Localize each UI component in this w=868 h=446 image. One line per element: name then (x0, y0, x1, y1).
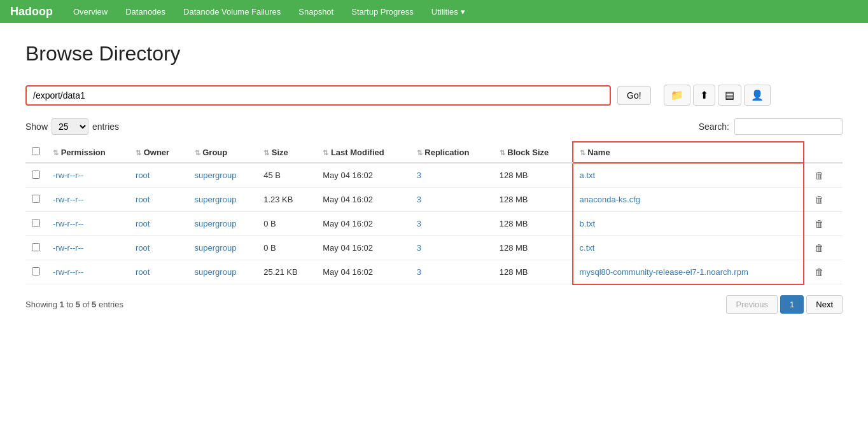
permission-link-1[interactable]: -rw-r--r-- (53, 195, 83, 204)
owner-link-1[interactable]: root (136, 195, 150, 204)
nav-datanode-volume-failures[interactable]: Datanode Volume Failures (176, 3, 288, 20)
row-checkbox-cell[interactable] (25, 212, 46, 236)
list-icon-button[interactable]: ▤ (718, 85, 741, 106)
owner-link-3[interactable]: root (136, 243, 150, 253)
row-checkbox-cell[interactable] (25, 236, 46, 260)
col-header-size[interactable]: ⇅ Size (257, 142, 316, 163)
upload-icon-button[interactable]: ⬆ (693, 85, 715, 106)
row-group-0: supergroup (188, 163, 258, 188)
group-link-4[interactable]: supergroup (195, 267, 237, 277)
permission-link-4[interactable]: -rw-r--r-- (53, 267, 83, 277)
row-size-3: 0 B (257, 236, 316, 260)
row-name-0: a.txt (573, 163, 804, 188)
entries-select[interactable]: 10 25 50 100 (52, 118, 88, 135)
delete-button-4[interactable]: 🗑 (811, 265, 828, 279)
col-header-owner[interactable]: ⇅ Owner (129, 142, 188, 163)
col-header-replication[interactable]: ⇅ Replication (410, 142, 493, 163)
folder-icon: 📁 (671, 90, 683, 101)
table-row: -rw-r--r-- root supergroup 0 B May 04 16… (25, 236, 843, 260)
row-checkbox-0[interactable] (32, 171, 40, 179)
permission-link-0[interactable]: -rw-r--r-- (53, 171, 83, 180)
col-header-last-modified[interactable]: ⇅ Last Modified (316, 142, 410, 163)
group-link-0[interactable]: supergroup (195, 171, 237, 180)
group-link-2[interactable]: supergroup (195, 219, 237, 228)
replication-link-1[interactable]: 3 (417, 195, 421, 204)
sort-icon-replication: ⇅ (417, 149, 423, 157)
row-delete-4[interactable]: 🗑 (804, 260, 843, 284)
table-row: -rw-r--r-- root supergroup 45 B May 04 1… (25, 163, 843, 188)
row-delete-2[interactable]: 🗑 (804, 212, 843, 236)
permission-link-2[interactable]: -rw-r--r-- (53, 219, 83, 228)
group-link-3[interactable]: supergroup (195, 243, 237, 253)
row-checkbox-cell[interactable] (25, 188, 46, 212)
row-name-4: mysql80-community-release-el7-1.noarch.r… (573, 260, 804, 284)
nav-snapshot[interactable]: Snapshot (291, 3, 341, 20)
delete-button-0[interactable]: 🗑 (811, 169, 828, 182)
replication-link-3[interactable]: 3 (417, 243, 421, 253)
person-icon-button[interactable]: 👤 (744, 85, 771, 106)
showing-total: 5 (92, 300, 96, 309)
row-delete-0[interactable]: 🗑 (804, 163, 843, 188)
row-group-4: supergroup (188, 260, 258, 284)
row-delete-1[interactable]: 🗑 (804, 188, 843, 212)
row-checkbox-cell[interactable] (25, 163, 46, 188)
row-owner-1: root (129, 188, 188, 212)
row-owner-0: root (129, 163, 188, 188)
previous-button[interactable]: Previous (726, 295, 778, 314)
navbar-links: Overview Datanodes Datanode Volume Failu… (66, 3, 473, 20)
delete-button-1[interactable]: 🗑 (811, 193, 828, 206)
row-replication-2: 3 (410, 212, 493, 236)
sort-icon-modified: ⇅ (323, 149, 328, 157)
toolbar-icons: 📁 ⬆ ▤ 👤 (664, 85, 771, 106)
dropdown-arrow-icon: ▾ (461, 7, 465, 17)
name-link-2[interactable]: b.txt (580, 219, 596, 228)
row-checkbox-3[interactable] (32, 243, 40, 251)
name-link-0[interactable]: a.txt (580, 171, 596, 180)
nav-startup-progress[interactable]: Startup Progress (344, 3, 421, 20)
directory-table: ⇅ Permission ⇅ Owner ⇅ Group ⇅ Size ⇅ (25, 141, 843, 285)
path-input[interactable] (25, 85, 611, 106)
navbar-brand[interactable]: Hadoop (10, 5, 53, 18)
delete-button-2[interactable]: 🗑 (811, 217, 828, 230)
sort-icon-permission: ⇅ (53, 149, 59, 157)
col-header-group[interactable]: ⇅ Group (188, 142, 258, 163)
row-permission-4: -rw-r--r-- (46, 260, 129, 284)
col-header-permission[interactable]: ⇅ Permission (46, 142, 129, 163)
row-group-3: supergroup (188, 236, 258, 260)
sort-icon-size: ⇅ (263, 149, 269, 157)
row-checkbox-4[interactable] (32, 267, 40, 275)
group-link-1[interactable]: supergroup (195, 195, 237, 204)
row-checkbox-2[interactable] (32, 219, 40, 227)
search-input[interactable] (734, 118, 843, 135)
owner-link-4[interactable]: root (136, 267, 150, 277)
row-delete-3[interactable]: 🗑 (804, 236, 843, 260)
row-checkbox-1[interactable] (32, 195, 40, 203)
owner-link-0[interactable]: root (136, 171, 150, 180)
row-checkbox-cell[interactable] (25, 260, 46, 284)
header-select-all[interactable] (25, 142, 46, 163)
replication-link-0[interactable]: 3 (417, 171, 421, 180)
delete-button-3[interactable]: 🗑 (811, 241, 828, 254)
nav-datanodes[interactable]: Datanodes (118, 3, 173, 20)
go-button[interactable]: Go! (617, 86, 651, 105)
name-link-3[interactable]: c.txt (580, 243, 595, 253)
nav-utilities-dropdown[interactable]: Utilities ▾ (424, 3, 473, 20)
folder-icon-button[interactable]: 📁 (664, 85, 690, 106)
replication-link-2[interactable]: 3 (417, 219, 421, 228)
replication-link-4[interactable]: 3 (417, 267, 421, 277)
select-all-checkbox[interactable] (32, 147, 40, 155)
page-1-button[interactable]: 1 (780, 295, 804, 314)
col-header-name[interactable]: ⇅ Name (573, 142, 804, 163)
person-icon: 👤 (751, 90, 764, 101)
name-link-4[interactable]: mysql80-community-release-el7-1.noarch.r… (580, 267, 748, 277)
permission-link-3[interactable]: -rw-r--r-- (53, 243, 83, 253)
row-modified-1: May 04 16:02 (316, 188, 410, 212)
owner-link-2[interactable]: root (136, 219, 150, 228)
name-link-1[interactable]: anaconda-ks.cfg (580, 195, 640, 204)
next-button[interactable]: Next (806, 295, 843, 314)
col-header-block-size[interactable]: ⇅ Block Size (493, 142, 573, 163)
search-right: Search: (699, 118, 843, 135)
row-owner-4: root (129, 260, 188, 284)
nav-overview[interactable]: Overview (66, 3, 115, 20)
row-permission-1: -rw-r--r-- (46, 188, 129, 212)
